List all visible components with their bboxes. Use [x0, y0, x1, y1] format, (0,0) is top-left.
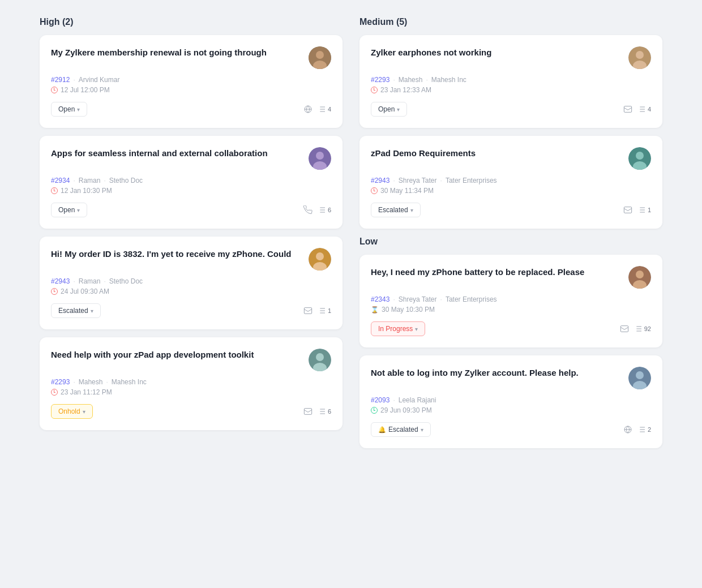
avatar [309, 248, 331, 271]
clock-icon [371, 187, 378, 194]
phone-icon[interactable] [303, 205, 313, 214]
card-title: Not able to log into my Zylker account. … [371, 367, 628, 379]
list-icon[interactable]: 6 [317, 407, 331, 416]
mail-icon[interactable] [620, 324, 629, 333]
status-button[interactable]: Open ▾ [371, 102, 407, 117]
card-icons: 92 [620, 324, 651, 333]
card-time: 23 Jan 12:33 AM [371, 86, 651, 94]
card-icons: 6 [303, 407, 331, 416]
count-badge: 6 [328, 408, 331, 415]
agent-name: Shreya Tater [399, 295, 437, 303]
status-button[interactable]: Escalated ▾ [371, 203, 421, 217]
card-meta: #2934 · Raman · Stetho Doc [51, 177, 331, 184]
clock-icon [51, 87, 58, 93]
ticket-number[interactable]: #2934 [51, 177, 70, 184]
date-text: 12 Jul 12:00 PM [61, 86, 110, 94]
ticket-number[interactable]: #2293 [371, 76, 389, 84]
svg-rect-44 [624, 207, 631, 213]
card-icons: 1 [303, 306, 331, 315]
mail-icon[interactable] [303, 306, 313, 315]
list-icon[interactable]: 4 [637, 105, 651, 114]
card-low-1: Hey, I need my zPhone battery to be repl… [359, 255, 662, 347]
list-icon[interactable]: 4 [317, 105, 331, 114]
company-name: Tater Enterprises [446, 295, 497, 303]
agent-name: Raman [79, 277, 101, 285]
status-button[interactable]: Open ▾ [51, 102, 87, 117]
column-low-title: Low [359, 237, 662, 247]
mail-icon[interactable] [303, 407, 313, 416]
card-title: My Zylkere membership renewal is not goi… [51, 46, 309, 58]
card-title: Zylker earphones not working [371, 46, 628, 58]
list-icon[interactable]: 1 [317, 306, 331, 315]
count-badge: 1 [648, 207, 651, 213]
status-button[interactable]: Open ▾ [51, 203, 87, 217]
mail-icon[interactable] [623, 105, 632, 114]
company-name: Mahesh Inc [431, 76, 466, 84]
globe-icon[interactable] [623, 425, 632, 434]
date-text: 12 Jan 10:30 PM [61, 187, 112, 195]
clock-icon [371, 87, 378, 93]
company-name: Tater Enterprises [446, 177, 497, 184]
status-button[interactable]: 🔔 Escalated ▾ [371, 422, 431, 437]
svg-point-28 [316, 353, 324, 361]
date-text: 30 May 10:30 PM [382, 306, 435, 314]
avatar [309, 349, 331, 371]
avatar [309, 46, 331, 69]
card-time: 24 Jul 09:30 AM [51, 287, 331, 295]
status-button[interactable]: Onhold ▾ [51, 404, 93, 419]
ticket-number[interactable]: #2943 [371, 177, 389, 184]
card-time: 12 Jan 10:30 PM [51, 187, 331, 195]
svg-point-35 [636, 51, 644, 59]
card-footer: Escalated ▾ 1 [51, 303, 331, 318]
card-icons: 2 [623, 425, 651, 434]
clock-icon [51, 187, 58, 194]
card-footer: Open ▾ 6 [51, 203, 331, 217]
card-time: 12 Jul 12:00 PM [51, 86, 331, 94]
agent-name: Mahesh [399, 76, 423, 84]
hourglass-icon: ⌛ [371, 306, 379, 314]
globe-icon[interactable] [303, 105, 313, 114]
list-icon[interactable]: 92 [633, 324, 651, 333]
card-icons: 1 [623, 205, 651, 214]
svg-rect-51 [620, 326, 628, 332]
ticket-number[interactable]: #2943 [51, 277, 70, 285]
column-medium-title: Medium (5) [359, 17, 662, 27]
list-icon[interactable]: 2 [637, 425, 651, 434]
company-name: Mahesh Inc [112, 378, 147, 386]
ticket-number[interactable]: #2093 [371, 396, 389, 404]
agent-name: Arvind Kumar [79, 76, 120, 84]
ticket-number[interactable]: #2343 [371, 295, 389, 303]
card-icons: 4 [303, 105, 331, 114]
svg-rect-22 [304, 308, 311, 314]
card-meta: #2943 · Shreya Tater · Tater Enterprises [371, 177, 651, 184]
date-text: 29 Jun 09:30 PM [380, 406, 432, 414]
count-badge: 1 [328, 307, 331, 314]
card-footer: In Progress ▾ 92 [371, 321, 651, 336]
card-title: Apps for seamless internal and external … [51, 147, 309, 159]
svg-rect-37 [624, 106, 631, 113]
card-footer: Open ▾ 4 [51, 102, 331, 117]
avatar-face [309, 46, 331, 69]
avatar [628, 46, 651, 69]
column-right: Medium (5) Zylker earphones not working … [359, 17, 662, 456]
card-meta: #2943 · Raman · Stetho Doc [51, 277, 331, 285]
list-icon[interactable]: 1 [637, 205, 651, 214]
card-meta: #2293 · Mahesh · Mahesh Inc [371, 76, 651, 84]
ticket-number[interactable]: #2912 [51, 76, 70, 84]
card-time: ⌛ 30 May 10:30 PM [371, 306, 651, 314]
card-meta: #2093 · Leela Rajani [371, 396, 651, 404]
card-title: Hey, I need my zPhone battery to be repl… [371, 266, 628, 278]
date-text: 23 Jan 11:12 PM [61, 388, 112, 396]
agent-name: Raman [79, 177, 101, 184]
card-meta: #2912 · Arvind Kumar [51, 76, 331, 84]
svg-rect-30 [304, 409, 311, 415]
status-button[interactable]: Escalated ▾ [51, 303, 101, 318]
mail-icon[interactable] [623, 205, 632, 214]
ticket-number[interactable]: #2293 [51, 378, 70, 386]
avatar [628, 266, 651, 289]
list-icon[interactable]: 6 [317, 205, 331, 214]
agent-name: Mahesh [79, 378, 103, 386]
date-text: 24 Jul 09:30 AM [61, 287, 109, 295]
status-button[interactable]: In Progress ▾ [371, 321, 425, 336]
count-badge: 92 [644, 325, 651, 332]
